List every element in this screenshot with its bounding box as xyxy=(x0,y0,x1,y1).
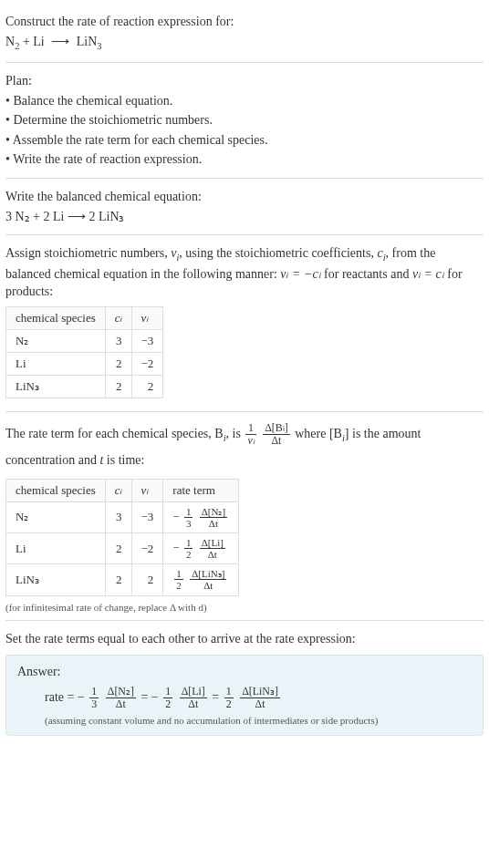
balanced-section: Write the balanced chemical equation: 3 … xyxy=(5,179,484,234)
plan-section: Plan: • Balance the chemical equation. •… xyxy=(5,63,484,178)
plan-item: • Determine the stoichiometric numbers. xyxy=(5,111,484,129)
rateterm-footnote: (for infinitesimal rate of change, repla… xyxy=(5,602,484,613)
final-section: Set the rate terms equal to each other t… xyxy=(5,621,484,750)
balanced-equation: 3 N₂ + 2 Li ⟶ 2 LiN₃ xyxy=(5,208,484,226)
intro-prompt: Construct the rate of reaction expressio… xyxy=(5,13,484,31)
arrow-icon: ⟶ xyxy=(51,33,69,51)
intro-equation: N2 + Li ⟶ LiN3 xyxy=(5,33,484,53)
answer-box: Answer: rate = − 13 Δ[N₂]Δt = − 12 Δ[Li]… xyxy=(5,655,484,735)
table-row: Li 2 −2 − 12 Δ[Li]Δt xyxy=(6,532,239,563)
table-row: LiN₃ 2 2 xyxy=(6,375,163,398)
eq-lhs: N2 xyxy=(5,35,19,48)
table-row: N₂ 3 −3 xyxy=(6,329,163,352)
rateterm-section: The rate term for each chemical species,… xyxy=(5,412,484,620)
stoich-section: Assign stoichiometric numbers, νi, using… xyxy=(5,235,484,411)
page: Construct the rate of reaction expressio… xyxy=(0,0,489,754)
answer-label: Answer: xyxy=(17,665,472,679)
answer-equation: rate = − 13 Δ[N₂]Δt = − 12 Δ[Li]Δt = 12 … xyxy=(45,685,472,710)
final-title: Set the rate terms equal to each other t… xyxy=(5,630,484,648)
plan-item: • Assemble the rate term for each chemic… xyxy=(5,131,484,150)
answer-note: (assuming constant volume and no accumul… xyxy=(45,715,472,726)
plan-title: Plan: xyxy=(5,72,484,90)
fraction: 1νᵢ xyxy=(245,422,255,447)
table-row: LiN₃ 2 2 12 Δ[LiN₃]Δt xyxy=(6,564,239,595)
table-row: N₂ 3 −3 − 13 Δ[N₂]Δt xyxy=(6,501,239,532)
stoich-table: chemical species cᵢ νᵢ N₂ 3 −3 Li 2 −2 L… xyxy=(5,306,163,398)
table-header-row: chemical species cᵢ νᵢ rate term xyxy=(6,479,239,501)
table-header-row: chemical species cᵢ νᵢ xyxy=(6,306,163,329)
col-ci: cᵢ xyxy=(105,306,131,329)
rateterm-text: The rate term for each chemical species,… xyxy=(5,421,484,473)
col-nui: νᵢ xyxy=(131,306,163,329)
stoich-text: Assign stoichiometric numbers, νi, using… xyxy=(5,244,484,301)
balanced-title: Write the balanced chemical equation: xyxy=(5,188,484,206)
plan-item: • Write the rate of reaction expression. xyxy=(5,150,484,169)
plan-item: • Balance the chemical equation. xyxy=(5,92,484,110)
rateterm-table: chemical species cᵢ νᵢ rate term N₂ 3 −3… xyxy=(5,479,239,596)
intro-section: Construct the rate of reaction expressio… xyxy=(5,4,484,62)
col-species: chemical species xyxy=(6,306,106,329)
fraction: Δ[Bᵢ]Δt xyxy=(263,422,290,447)
eq-rhs: LiN3 xyxy=(73,35,101,48)
table-row: Li 2 −2 xyxy=(6,352,163,375)
